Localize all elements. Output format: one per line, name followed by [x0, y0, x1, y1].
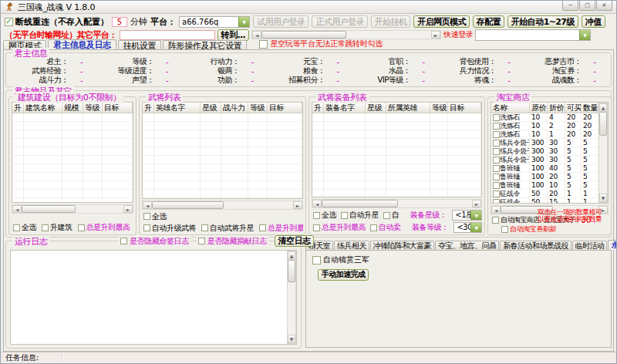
- scroll-right-icon[interactable]: ►: [472, 200, 481, 207]
- checkbox-row2_checkboxes-3[interactable]: 总是升到最高: [259, 223, 303, 233]
- auto-shop-checkbox-box[interactable]: [492, 217, 499, 224]
- clear-log-button[interactable]: 清空日志: [275, 235, 315, 247]
- item-checkbox[interactable]: [493, 148, 500, 155]
- table-row[interactable]: 练兵令袋子3003055: [491, 147, 598, 156]
- activity-tabs-5[interactable]: 新春活动和场景战役: [500, 241, 571, 250]
- hero-hscrollbar[interactable]: ◄►: [142, 201, 303, 210]
- checkbox-row1_checkboxes-2[interactable]: 自动升星: [341, 210, 379, 221]
- star-platform-checkbox-box[interactable]: [259, 40, 268, 49]
- chevron-down-icon[interactable]: ▼: [579, 30, 590, 40]
- checkbox-checked-icon[interactable]: ✓: [5, 18, 13, 26]
- table-row[interactable]: 洗炼石1042020: [491, 113, 598, 122]
- table-row[interactable]: 洗炼石1012020: [491, 130, 598, 139]
- scroll-right-icon[interactable]: ►: [293, 201, 302, 209]
- checkbox-row1_checkboxes-1[interactable]: 全选: [143, 211, 167, 221]
- checkbox-row1_checkboxes-3[interactable]: 自动升级: [383, 210, 400, 221]
- star-platform-checkbox[interactable]: 星空玩等平台无法正常跳转时勾选: [259, 39, 383, 49]
- item-checkbox[interactable]: [493, 165, 500, 172]
- scroll-left-icon[interactable]: ◄: [252, 31, 261, 39]
- item-checkbox[interactable]: [493, 174, 500, 180]
- table-row[interactable]: 鲁班锤1002055: [491, 173, 598, 181]
- scroll-left-icon[interactable]: ◄: [143, 201, 152, 209]
- scroll-thumb[interactable]: [152, 201, 224, 209]
- activity-tabs-7[interactable]: 永久活动: [608, 240, 617, 250]
- item-checkbox[interactable]: [493, 190, 500, 197]
- manual-accelerate-button[interactable]: 手动加速完成: [318, 269, 369, 281]
- activity-tabs-3[interactable]: 冲锋陷阵和大富豪: [370, 241, 434, 250]
- formal-login-button[interactable]: 正式用户登录: [312, 15, 367, 28]
- scroll-up-icon[interactable]: ▲: [599, 103, 607, 112]
- maximize-icon[interactable]: □: [579, 1, 595, 11]
- scroll-thumb[interactable]: [322, 200, 398, 207]
- chevron-down-icon[interactable]: ▼: [238, 17, 249, 27]
- trial-login-button[interactable]: 试用用户登录: [253, 15, 308, 28]
- item-checkbox[interactable]: [493, 140, 500, 147]
- scroll-right-icon[interactable]: ►: [123, 205, 133, 213]
- checkbox-row2_checkboxes-1[interactable]: 总是升到最高: [313, 222, 366, 233]
- hide-sign-log-checkbox[interactable]: 是否隐藏命签日志: [119, 236, 190, 247]
- reconnect-minutes-input[interactable]: [112, 17, 127, 27]
- checkbox-checkboxes-2[interactable]: 升建筑: [42, 222, 72, 233]
- checkbox-row2_checkboxes-1[interactable]: 自动升级武将: [143, 223, 196, 233]
- start-hangup-button[interactable]: 开始挂机: [371, 15, 411, 28]
- checkbox-row1_checkboxes-1[interactable]: 全选: [313, 210, 336, 221]
- auto-reward-checkbox-box[interactable]: [312, 256, 321, 265]
- minimize-icon[interactable]: ─: [562, 1, 578, 11]
- other-platform-input[interactable]: [120, 30, 215, 40]
- checkbox-box[interactable]: [143, 213, 150, 220]
- table-row[interactable]: 征战令502011: [491, 190, 598, 198]
- activity-tabs-2[interactable]: 练兵相关: [334, 241, 369, 250]
- scroll-thumb[interactable]: [599, 112, 607, 136]
- scroll-track[interactable]: [346, 31, 431, 39]
- table-row[interactable]: 鲁班锤1004055: [491, 164, 598, 173]
- checkbox-checkboxes-1[interactable]: 全选: [13, 222, 36, 233]
- main-tabs-2[interactable]: 君主信息及日志: [48, 39, 116, 50]
- save-config-button[interactable]: 存配置: [473, 15, 504, 28]
- checkbox-box[interactable]: [78, 224, 85, 231]
- scroll-track[interactable]: [76, 205, 123, 213]
- checkbox-box[interactable]: [13, 224, 20, 231]
- checkbox-box[interactable]: [313, 224, 320, 231]
- scroll-up-icon[interactable]: ▲: [288, 251, 295, 260]
- scroll-track[interactable]: [224, 201, 293, 209]
- item-checkbox[interactable]: [493, 199, 500, 204]
- building-hscrollbar[interactable]: ◄►: [12, 204, 133, 214]
- hide-donate-log-checkbox[interactable]: 是否隐藏捐献日志: [197, 236, 268, 247]
- recharge-button[interactable]: 冲值: [582, 15, 605, 28]
- table-row[interactable]: 洗炼石1022020: [491, 122, 598, 130]
- activity-tabs-4[interactable]: 夺宝、地宫、问鼎: [435, 241, 499, 250]
- auto-reward-checkbox[interactable]: 自动犒赏三军: [312, 254, 369, 265]
- taobao-vscrollbar[interactable]: ▲▼: [598, 103, 608, 203]
- checkbox-box[interactable]: [201, 224, 208, 231]
- scroll-thumb[interactable]: [288, 260, 295, 282]
- item-checkbox[interactable]: [493, 157, 500, 163]
- hide-sign-checkbox-box[interactable]: [120, 238, 127, 244]
- scroll-track[interactable]: [288, 282, 295, 335]
- equip-level-select[interactable]: <30级 ▼: [453, 222, 482, 233]
- log-textarea[interactable]: [11, 251, 287, 344]
- close-icon[interactable]: ✕: [596, 1, 612, 11]
- checkbox-box[interactable]: [259, 224, 266, 231]
- checkbox-row2_checkboxes-2[interactable]: 自动卖武将装备: [370, 222, 401, 233]
- checkbox-box[interactable]: [383, 212, 390, 219]
- checkbox-box[interactable]: [370, 224, 377, 231]
- scroll-thumb[interactable]: [22, 205, 76, 213]
- item-checkbox[interactable]: [493, 182, 500, 189]
- item-checkbox[interactable]: [493, 114, 500, 121]
- scroll-down-icon[interactable]: ▼: [599, 194, 607, 202]
- open-web-mode-button[interactable]: 开启网页模式: [413, 15, 469, 28]
- scroll-right-icon[interactable]: ►: [431, 31, 440, 39]
- checkbox-row2_checkboxes-2[interactable]: 自动武将升星: [201, 223, 254, 233]
- equip-star-select[interactable]: <1星 ▼: [452, 210, 482, 221]
- chevron-down-icon[interactable]: ▼: [470, 211, 481, 220]
- scroll-track[interactable]: [398, 200, 472, 207]
- checkbox-box[interactable]: [341, 212, 348, 219]
- scroll-track[interactable]: [599, 136, 607, 194]
- scroll-thumb[interactable]: [261, 31, 346, 39]
- scroll-left-icon[interactable]: ◄: [312, 200, 322, 207]
- item-checkbox[interactable]: [493, 131, 500, 138]
- checkbox-box[interactable]: [42, 224, 49, 231]
- auto-coupon-checkbox[interactable]: 自动淘宝券刷新: [501, 225, 556, 233]
- chevron-down-icon[interactable]: ▼: [470, 223, 481, 232]
- checkbox-checkboxes-3[interactable]: 总是升到最高: [78, 222, 130, 233]
